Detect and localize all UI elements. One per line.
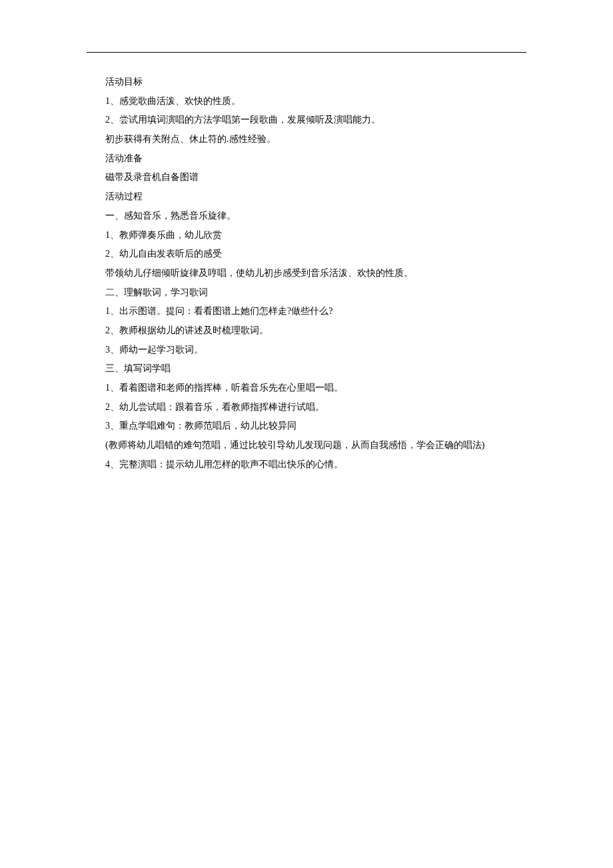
text-line: 2、幼儿自由发表听后的感受: [105, 245, 526, 264]
text-line: 2、教师根据幼儿的讲述及时梳理歌词。: [105, 321, 526, 341]
text-line: 活动目标: [105, 73, 526, 92]
text-line: 4、完整演唱：提示幼儿用怎样的歌声不唱出快乐的心情。: [105, 455, 526, 475]
text-line: 一、感知音乐，熟悉音乐旋律。: [105, 207, 526, 226]
text-line: 三、填写词学唱: [105, 359, 526, 379]
text-line: 活动过程: [105, 187, 526, 207]
document-content: 活动目标 1、感觉歌曲活泼、欢快的性质。 2、尝试用填词演唱的方法学唱第一段歌曲…: [87, 73, 526, 474]
text-line: 2、幼儿尝试唱：跟着音乐，看教师指挥棒进行试唱。: [105, 398, 526, 417]
text-line: 3、重点学唱难句：教师范唱后，幼儿比较异同: [105, 417, 526, 436]
text-line: 1、感觉歌曲活泼、欢快的性质。: [105, 92, 526, 111]
text-line: 1、教师弹奏乐曲，幼儿欣赏: [105, 226, 526, 245]
text-line: 活动准备: [105, 149, 526, 169]
text-line: 1、看着图谱和老师的指挥棒，听着音乐先在心里唱一唱。: [105, 379, 526, 398]
text-line: 1、出示图谱。提问：看看图谱上她们怎样走?做些什么?: [105, 302, 526, 321]
text-line: 2、尝试用填词演唱的方法学唱第一段歌曲，发展倾听及演唱能力。: [105, 111, 526, 130]
text-line: 3、师幼一起学习歌词。: [105, 341, 526, 360]
text-line: 初步获得有关附点、休止符的.感性经验。: [105, 130, 526, 149]
text-line: (教师将幼儿唱错的难句范唱，通过比较引导幼儿发现问题，从而自我感悟，学会正确的唱…: [105, 436, 526, 455]
text-line: 带领幼儿仔细倾听旋律及哼唱，使幼儿初步感受到音乐活泼、欢快的性质。: [105, 264, 526, 283]
text-line: 磁带及录音机自备图谱: [105, 168, 526, 187]
document-page: 活动目标 1、感觉歌曲活泼、欢快的性质。 2、尝试用填词演唱的方法学唱第一段歌曲…: [0, 0, 613, 474]
horizontal-rule: [87, 52, 526, 53]
text-line: 二、理解歌词，学习歌词: [105, 283, 526, 303]
